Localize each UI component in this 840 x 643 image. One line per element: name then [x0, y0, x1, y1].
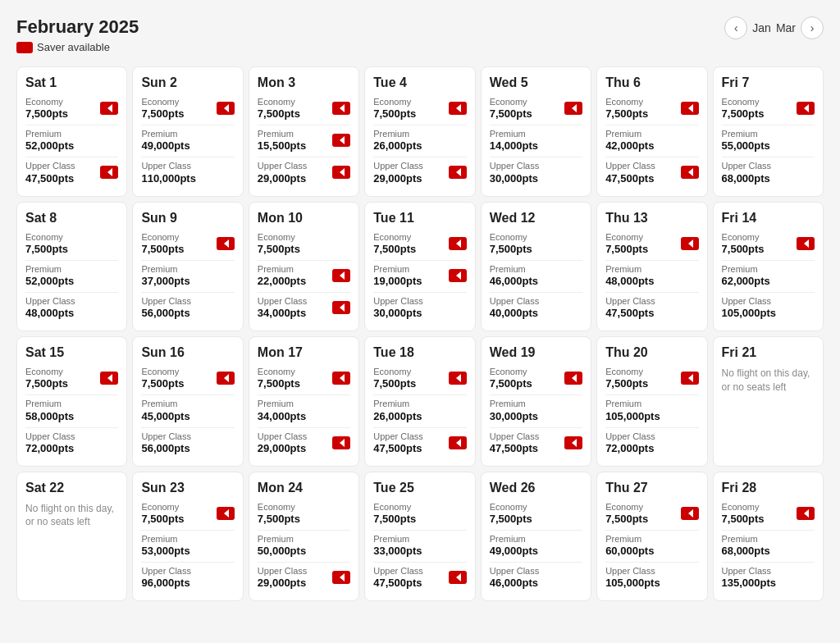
saver-tag-icon: [681, 102, 699, 115]
day-card[interactable]: Thu 13Economy7,500ptsPremium48,000ptsUpp…: [596, 202, 707, 332]
fare-type: Economy: [141, 97, 184, 107]
fare-row: Premium105,000pts: [605, 399, 698, 422]
day-card[interactable]: Tue 18Economy7,500ptsPremium26,000ptsUpp…: [364, 336, 475, 467]
page-header: February 2025 Saver available ‹ Jan Mar …: [16, 16, 824, 53]
fare-price: 62,000pts: [722, 275, 770, 287]
day-card[interactable]: Wed 5Economy7,500ptsPremium14,000ptsUppe…: [481, 66, 591, 197]
fare-row: Premium19,000pts: [373, 264, 466, 287]
fare-row: Economy7,500pts: [141, 502, 234, 525]
fare-price: 56,000pts: [141, 307, 191, 319]
day-card[interactable]: Sun 2Economy7,500ptsPremium49,000ptsUppe…: [132, 66, 243, 197]
fare-info: Premium33,000pts: [373, 534, 422, 557]
fare-row: Premium26,000pts: [373, 399, 466, 422]
day-card[interactable]: Fri 7Economy7,500ptsPremium55,000ptsUppe…: [713, 66, 824, 197]
saver-tag-icon: [332, 372, 350, 385]
fare-type: Economy: [605, 367, 648, 377]
day-card[interactable]: Tue 11Economy7,500ptsPremium19,000ptsUpp…: [364, 202, 475, 332]
fare-type: Upper Class: [141, 566, 191, 577]
day-card[interactable]: Mon 17Economy7,500ptsPremium34,000ptsUpp…: [249, 336, 359, 467]
fare-price: 7,500pts: [722, 107, 765, 120]
day-card[interactable]: Thu 6Economy7,500ptsPremium42,000ptsUppe…: [596, 66, 707, 197]
day-card[interactable]: Thu 27Economy7,500ptsPremium60,000ptsUpp…: [596, 472, 707, 602]
fare-price: 52,000pts: [25, 275, 74, 287]
day-card[interactable]: Mon 24Economy7,500ptsPremium50,000ptsUpp…: [249, 472, 359, 602]
fare-type: Upper Class: [373, 431, 423, 442]
day-card[interactable]: Tue 4Economy7,500ptsPremium26,000ptsUppe…: [364, 66, 475, 197]
day-card[interactable]: Fri 28Economy7,500ptsPremium68,000ptsUpp…: [713, 472, 824, 602]
fare-price: 46,000pts: [490, 577, 540, 589]
jan-nav[interactable]: Jan: [752, 21, 771, 34]
fare-info: Upper Class96,000pts: [141, 566, 191, 589]
fare-info: Premium52,000pts: [25, 264, 74, 287]
fare-info: Upper Class47,500pts: [373, 431, 423, 454]
fare-row: Upper Class30,000pts: [490, 161, 582, 184]
saver-tag-icon: [332, 102, 350, 115]
day-card[interactable]: Sat 22No flight on this day, or no seats…: [16, 472, 127, 602]
fare-row: Premium30,000pts: [490, 399, 582, 422]
fare-type: Economy: [141, 232, 184, 243]
saver-badge: Saver available: [16, 41, 139, 53]
fare-info: Upper Class29,000pts: [258, 566, 308, 589]
day-card[interactable]: Wed 12Economy7,500ptsPremium46,000ptsUpp…: [481, 202, 591, 332]
page-title: February 2025: [16, 16, 139, 38]
saver-tag-icon: [332, 571, 350, 584]
fare-row: Premium15,500pts: [258, 129, 350, 152]
fare-info: Premium58,000pts: [25, 399, 74, 422]
fare-info: Upper Class40,000pts: [490, 296, 540, 319]
fare-price: 46,000pts: [490, 275, 538, 287]
fare-info: Premium52,000pts: [25, 129, 74, 152]
fare-info: Upper Class34,000pts: [258, 296, 308, 319]
fare-row: Premium37,000pts: [141, 264, 234, 287]
fare-row: Premium55,000pts: [722, 129, 815, 152]
day-card[interactable]: Mon 10Economy7,500ptsPremium22,000ptsUpp…: [249, 202, 359, 332]
fare-type: Economy: [605, 502, 648, 513]
fare-type: Economy: [373, 97, 416, 107]
mar-nav[interactable]: Mar: [776, 21, 796, 34]
fare-row: Premium52,000pts: [25, 129, 118, 152]
fare-row: Upper Class40,000pts: [490, 296, 582, 319]
fare-row: Premium48,000pts: [605, 264, 698, 287]
fare-type: Premium: [258, 534, 306, 545]
fare-type: Economy: [605, 97, 648, 107]
fare-price: 7,500pts: [141, 107, 184, 120]
fare-info: Upper Class29,000pts: [258, 431, 308, 454]
fare-info: Economy7,500pts: [490, 97, 532, 120]
fare-type: Upper Class: [373, 566, 423, 577]
fare-info: Economy7,500pts: [490, 502, 532, 525]
fare-row: Economy7,500pts: [258, 367, 350, 390]
prev-month-button[interactable]: ‹: [724, 16, 747, 39]
day-card[interactable]: Sat 15Economy7,500ptsPremium58,000ptsUpp…: [16, 336, 127, 467]
fare-row: Premium60,000pts: [605, 534, 698, 557]
day-card[interactable]: Wed 26Economy7,500ptsPremium49,000ptsUpp…: [481, 472, 591, 602]
day-card[interactable]: Fri 14Economy7,500ptsPremium62,000ptsUpp…: [713, 202, 824, 332]
fare-row: Premium58,000pts: [25, 399, 118, 422]
fare-info: Upper Class56,000pts: [141, 296, 191, 319]
day-title: Wed 26: [490, 481, 582, 495]
fare-price: 7,500pts: [490, 513, 532, 525]
day-card[interactable]: Tue 25Economy7,500ptsPremium33,000ptsUpp…: [364, 472, 475, 602]
fare-row: Economy7,500pts: [141, 97, 234, 120]
day-card[interactable]: Fri 21No flight on this day, or no seats…: [713, 336, 824, 467]
fare-info: Upper Class105,000pts: [722, 296, 777, 319]
next-month-button[interactable]: ›: [801, 16, 824, 39]
day-card[interactable]: Sun 23Economy7,500ptsPremium53,000ptsUpp…: [132, 472, 243, 602]
day-card[interactable]: Thu 20Economy7,500ptsPremium105,000ptsUp…: [596, 336, 707, 467]
fare-type: Premium: [605, 264, 654, 275]
saver-tag-icon: [449, 102, 467, 115]
fare-info: Premium34,000pts: [258, 399, 306, 422]
day-card[interactable]: Sat 1Economy7,500ptsPremium52,000ptsUppe…: [16, 66, 127, 197]
day-title: Sun 9: [141, 211, 234, 226]
fare-info: Premium49,000pts: [490, 534, 538, 557]
day-card[interactable]: Sat 8Economy7,500ptsPremium52,000ptsUppe…: [16, 202, 127, 332]
fare-type: Upper Class: [258, 296, 308, 307]
fare-info: Upper Class47,500pts: [490, 431, 540, 454]
saver-tag-icon: [332, 166, 350, 179]
day-card[interactable]: Sun 16Economy7,500ptsPremium45,000ptsUpp…: [132, 336, 243, 467]
fare-price: 105,000pts: [605, 577, 660, 589]
fare-row: Economy7,500pts: [373, 367, 466, 390]
fare-price: 47,500pts: [373, 577, 423, 589]
fare-row: Upper Class96,000pts: [141, 566, 234, 589]
day-card[interactable]: Wed 19Economy7,500ptsPremium30,000ptsUpp…: [481, 336, 591, 467]
day-card[interactable]: Mon 3Economy7,500ptsPremium15,500ptsUppe…: [249, 66, 359, 197]
day-card[interactable]: Sun 9Economy7,500ptsPremium37,000ptsUppe…: [132, 202, 243, 332]
